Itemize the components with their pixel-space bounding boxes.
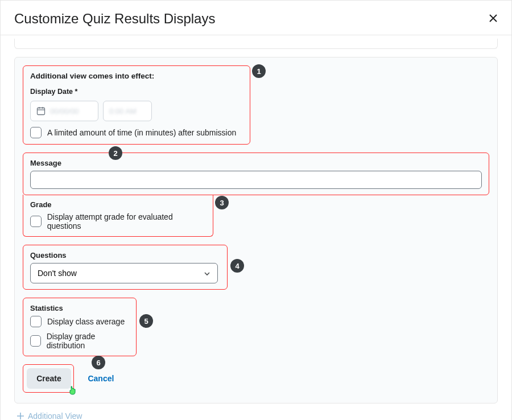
message-section: 2 Message — [23, 153, 489, 195]
time-value-placeholder: 0:00 AM — [109, 107, 137, 116]
display-time-input[interactable]: 0:00 AM — [103, 101, 152, 121]
additional-view-link[interactable]: Additional View — [16, 411, 498, 420]
annotation-badge-6: 6 — [92, 356, 105, 369]
grade-heading: Grade — [30, 200, 206, 209]
cursor-pointer-icon — [68, 385, 78, 396]
annotation-badge-1: 1 — [252, 64, 266, 78]
svg-rect-0 — [38, 108, 45, 115]
display-date-label: Display Date * — [30, 88, 77, 96]
annotation-badge-5: 5 — [139, 314, 153, 328]
questions-select-value: Don't show — [38, 269, 77, 278]
additional-view-panel: 1 Additional view comes into effect: Dis… — [14, 57, 498, 403]
display-grade-distribution-checkbox[interactable] — [30, 335, 41, 347]
display-class-average-checkbox[interactable] — [30, 316, 42, 327]
create-button[interactable]: Create — [27, 368, 71, 389]
display-date-section: 1 Additional view comes into effect: Dis… — [23, 65, 250, 145]
display-grade-distribution-label: Display grade distribution — [47, 332, 129, 350]
grade-section: 3 Grade Display attempt grade for evalua… — [23, 195, 213, 237]
annotation-badge-4: 4 — [230, 259, 244, 273]
statistics-heading: Statistics — [30, 304, 129, 312]
plus-icon — [16, 412, 24, 420]
date-value-placeholder: 00/00/00 — [50, 107, 79, 116]
dialog: Customize Quiz Results Displays 1 Additi… — [0, 0, 512, 420]
limited-time-label: A limited amount of time (in minutes) af… — [47, 128, 236, 137]
dialog-title: Customize Quiz Results Displays — [14, 11, 215, 27]
questions-section: 4 Questions Don't show — [23, 245, 228, 290]
section-heading: Additional view comes into effect: — [30, 72, 243, 80]
statistics-section: 5 Statistics Display class average Displ… — [23, 298, 137, 356]
display-date-input[interactable]: 00/00/00 — [30, 101, 98, 121]
display-attempt-grade-label: Display attempt grade for evaluated ques… — [47, 212, 206, 230]
limited-time-checkbox[interactable] — [30, 127, 42, 138]
display-attempt-grade-checkbox[interactable] — [30, 216, 42, 227]
annotation-badge-2: 2 — [109, 146, 122, 160]
additional-view-label: Additional View — [28, 411, 82, 420]
cancel-link[interactable]: Cancel — [88, 374, 114, 383]
close-icon[interactable] — [489, 13, 498, 24]
dialog-header: Customize Quiz Results Displays — [1, 1, 511, 35]
display-class-average-label: Display class average — [47, 317, 125, 326]
questions-select[interactable]: Don't show — [30, 263, 218, 283]
dialog-content: 1 Additional view comes into effect: Dis… — [1, 39, 511, 420]
questions-heading: Questions — [30, 251, 220, 260]
create-section: 6 Create — [23, 364, 74, 393]
chevron-down-icon — [204, 270, 210, 277]
annotation-badge-3: 3 — [215, 196, 229, 209]
previous-panel-edge — [14, 39, 498, 49]
calendar-icon — [36, 106, 46, 116]
message-input[interactable] — [30, 171, 482, 189]
message-heading: Message — [30, 159, 482, 167]
